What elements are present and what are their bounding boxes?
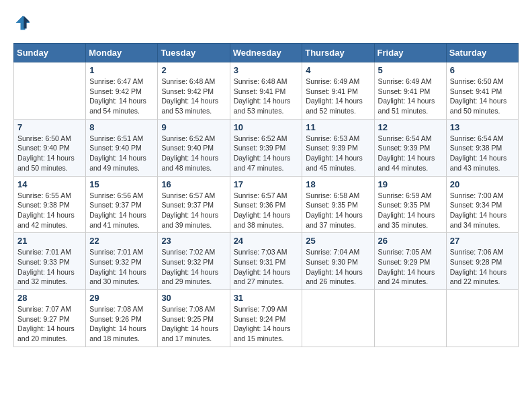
day-number: 1	[89, 65, 154, 75]
day-number: 24	[234, 236, 299, 246]
day-number: 16	[161, 179, 226, 189]
calendar-cell: 5Sunrise: 6:49 AMSunset: 9:41 PMDaylight…	[374, 62, 446, 120]
day-number: 5	[378, 65, 443, 75]
day-info: Sunrise: 6:54 AMSunset: 9:39 PMDaylight:…	[378, 134, 443, 173]
day-info: Sunrise: 6:53 AMSunset: 9:39 PMDaylight:…	[306, 134, 370, 173]
day-number: 3	[234, 65, 299, 75]
day-number: 8	[89, 122, 154, 132]
day-info: Sunrise: 7:01 AMSunset: 9:33 PMDaylight:…	[17, 247, 82, 287]
header-day-sunday: Sunday	[14, 44, 86, 62]
day-info: Sunrise: 6:49 AMSunset: 9:41 PMDaylight:…	[306, 77, 370, 116]
day-info: Sunrise: 6:52 AMSunset: 9:40 PMDaylight:…	[161, 134, 226, 173]
day-info: Sunrise: 6:57 AMSunset: 9:37 PMDaylight:…	[161, 191, 226, 230]
day-info: Sunrise: 6:54 AMSunset: 9:38 PMDaylight:…	[450, 134, 515, 173]
header	[13, 13, 519, 32]
calendar-cell: 8Sunrise: 6:51 AMSunset: 9:40 PMDaylight…	[86, 119, 158, 176]
week-row-2: 7Sunrise: 6:50 AMSunset: 9:40 PMDaylight…	[14, 119, 519, 176]
day-info: Sunrise: 7:08 AMSunset: 9:25 PMDaylight:…	[161, 304, 226, 344]
day-info: Sunrise: 7:04 AMSunset: 9:30 PMDaylight:…	[306, 247, 370, 287]
day-number: 26	[378, 236, 443, 246]
calendar-cell: 20Sunrise: 7:00 AMSunset: 9:34 PMDayligh…	[446, 176, 518, 233]
logo-icon	[13, 13, 32, 32]
day-number: 9	[161, 122, 226, 132]
calendar-cell: 28Sunrise: 7:07 AMSunset: 9:27 PMDayligh…	[14, 290, 86, 347]
header-row: SundayMondayTuesdayWednesdayThursdayFrid…	[14, 44, 519, 62]
day-number: 30	[161, 293, 226, 303]
calendar-cell: 25Sunrise: 7:04 AMSunset: 9:30 PMDayligh…	[302, 233, 374, 290]
day-number: 14	[17, 179, 82, 189]
calendar-cell: 3Sunrise: 6:48 AMSunset: 9:41 PMDaylight…	[230, 62, 302, 120]
day-info: Sunrise: 7:09 AMSunset: 9:24 PMDaylight:…	[234, 304, 299, 344]
page-container: SundayMondayTuesdayWednesdayThursdayFrid…	[13, 13, 519, 347]
day-info: Sunrise: 7:08 AMSunset: 9:26 PMDaylight:…	[89, 304, 154, 344]
day-info: Sunrise: 6:50 AMSunset: 9:40 PMDaylight:…	[17, 134, 82, 173]
day-number: 2	[161, 65, 226, 75]
calendar-cell: 22Sunrise: 7:01 AMSunset: 9:32 PMDayligh…	[86, 233, 158, 290]
calendar-cell: 6Sunrise: 6:50 AMSunset: 9:41 PMDaylight…	[446, 62, 518, 120]
calendar-cell: 10Sunrise: 6:52 AMSunset: 9:39 PMDayligh…	[230, 119, 302, 176]
day-number: 21	[17, 236, 82, 246]
day-info: Sunrise: 6:56 AMSunset: 9:37 PMDaylight:…	[89, 191, 154, 230]
calendar-cell: 27Sunrise: 7:06 AMSunset: 9:28 PMDayligh…	[446, 233, 518, 290]
calendar-cell: 12Sunrise: 6:54 AMSunset: 9:39 PMDayligh…	[374, 119, 446, 176]
day-info: Sunrise: 7:00 AMSunset: 9:34 PMDaylight:…	[450, 191, 515, 230]
calendar-cell: 29Sunrise: 7:08 AMSunset: 9:26 PMDayligh…	[86, 290, 158, 347]
day-number: 27	[450, 236, 515, 246]
day-number: 19	[378, 179, 443, 189]
day-number: 6	[450, 65, 515, 75]
calendar-cell: 16Sunrise: 6:57 AMSunset: 9:37 PMDayligh…	[158, 176, 230, 233]
day-info: Sunrise: 6:58 AMSunset: 9:35 PMDaylight:…	[306, 191, 370, 230]
week-row-5: 28Sunrise: 7:07 AMSunset: 9:27 PMDayligh…	[14, 290, 519, 347]
calendar-cell	[446, 290, 518, 347]
day-info: Sunrise: 7:02 AMSunset: 9:32 PMDaylight:…	[161, 247, 226, 287]
calendar-cell: 11Sunrise: 6:53 AMSunset: 9:39 PMDayligh…	[302, 119, 374, 176]
day-info: Sunrise: 6:52 AMSunset: 9:39 PMDaylight:…	[234, 134, 299, 173]
calendar-cell: 30Sunrise: 7:08 AMSunset: 9:25 PMDayligh…	[158, 290, 230, 347]
calendar-cell: 4Sunrise: 6:49 AMSunset: 9:41 PMDaylight…	[302, 62, 374, 120]
day-number: 13	[450, 122, 515, 132]
day-number: 4	[306, 65, 370, 75]
day-info: Sunrise: 6:51 AMSunset: 9:40 PMDaylight:…	[89, 134, 154, 173]
day-info: Sunrise: 6:48 AMSunset: 9:41 PMDaylight:…	[234, 77, 299, 116]
calendar-cell: 15Sunrise: 6:56 AMSunset: 9:37 PMDayligh…	[86, 176, 158, 233]
day-info: Sunrise: 6:47 AMSunset: 9:42 PMDaylight:…	[89, 77, 154, 116]
calendar-cell: 26Sunrise: 7:05 AMSunset: 9:29 PMDayligh…	[374, 233, 446, 290]
day-number: 28	[17, 293, 82, 303]
day-info: Sunrise: 6:59 AMSunset: 9:35 PMDaylight:…	[378, 191, 443, 230]
day-info: Sunrise: 7:03 AMSunset: 9:31 PMDaylight:…	[234, 247, 299, 287]
day-number: 10	[234, 122, 299, 132]
day-info: Sunrise: 7:05 AMSunset: 9:29 PMDaylight:…	[378, 247, 443, 287]
day-info: Sunrise: 6:50 AMSunset: 9:41 PMDaylight:…	[450, 77, 515, 116]
header-day-wednesday: Wednesday	[230, 44, 302, 62]
calendar-cell: 14Sunrise: 6:55 AMSunset: 9:38 PMDayligh…	[14, 176, 86, 233]
calendar-cell	[14, 62, 86, 120]
calendar-cell: 13Sunrise: 6:54 AMSunset: 9:38 PMDayligh…	[446, 119, 518, 176]
day-number: 7	[17, 122, 82, 132]
week-row-3: 14Sunrise: 6:55 AMSunset: 9:38 PMDayligh…	[14, 176, 519, 233]
day-number: 31	[234, 293, 299, 303]
day-info: Sunrise: 6:57 AMSunset: 9:36 PMDaylight:…	[234, 191, 299, 230]
week-row-1: 1Sunrise: 6:47 AMSunset: 9:42 PMDaylight…	[14, 62, 519, 120]
header-day-tuesday: Tuesday	[158, 44, 230, 62]
day-number: 22	[89, 236, 154, 246]
day-number: 15	[89, 179, 154, 189]
day-info: Sunrise: 7:06 AMSunset: 9:28 PMDaylight:…	[450, 247, 515, 287]
calendar-cell: 31Sunrise: 7:09 AMSunset: 9:24 PMDayligh…	[230, 290, 302, 347]
day-info: Sunrise: 6:48 AMSunset: 9:42 PMDaylight:…	[161, 77, 226, 116]
calendar-cell: 23Sunrise: 7:02 AMSunset: 9:32 PMDayligh…	[158, 233, 230, 290]
header-day-saturday: Saturday	[446, 44, 518, 62]
day-number: 18	[306, 179, 370, 189]
day-number: 29	[89, 293, 154, 303]
day-info: Sunrise: 6:49 AMSunset: 9:41 PMDaylight:…	[378, 77, 443, 116]
week-row-4: 21Sunrise: 7:01 AMSunset: 9:33 PMDayligh…	[14, 233, 519, 290]
header-day-thursday: Thursday	[302, 44, 374, 62]
day-info: Sunrise: 6:55 AMSunset: 9:38 PMDaylight:…	[17, 191, 82, 230]
calendar-cell: 18Sunrise: 6:58 AMSunset: 9:35 PMDayligh…	[302, 176, 374, 233]
day-info: Sunrise: 7:01 AMSunset: 9:32 PMDaylight:…	[89, 247, 154, 287]
header-day-monday: Monday	[86, 44, 158, 62]
logo	[13, 13, 35, 32]
day-info: Sunrise: 7:07 AMSunset: 9:27 PMDaylight:…	[17, 304, 82, 344]
calendar-cell: 1Sunrise: 6:47 AMSunset: 9:42 PMDaylight…	[86, 62, 158, 120]
day-number: 23	[161, 236, 226, 246]
calendar-table: SundayMondayTuesdayWednesdayThursdayFrid…	[13, 43, 519, 347]
